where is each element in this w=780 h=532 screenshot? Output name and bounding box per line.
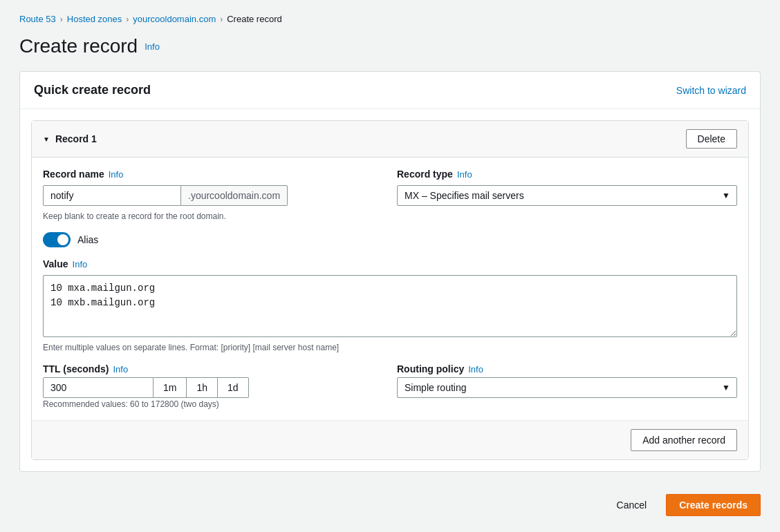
record-header: ▼ Record 1 Delete: [32, 121, 748, 158]
ttl-label: TTL (seconds) Info: [43, 363, 383, 374]
breadcrumb-route53[interactable]: Route 53: [19, 14, 56, 24]
quick-create-card: Quick create record Switch to wizard ▼ R…: [19, 71, 761, 472]
routing-policy-label: Routing policy Info: [397, 363, 737, 374]
routing-policy-group: Routing policy Info Simple routingWeight…: [397, 363, 737, 398]
card-title: Quick create record: [34, 83, 151, 97]
breadcrumb-domain[interactable]: yourcooldomain.com: [133, 14, 216, 24]
record-label: Record 1: [55, 133, 97, 144]
ttl-info-link[interactable]: Info: [113, 364, 128, 374]
switch-to-wizard-link[interactable]: Switch to wizard: [676, 85, 746, 96]
footer-row: Cancel Create records: [19, 483, 761, 527]
routing-policy-select-wrapper: Simple routingWeightedLatencyFailoverGeo…: [397, 377, 737, 398]
record-type-label: Record type Info: [397, 169, 737, 180]
ttl-group: TTL (seconds) Info 1m 1h 1d Recommended …: [43, 363, 383, 409]
ttl-input[interactable]: [43, 377, 154, 398]
value-textarea[interactable]: 10 mxa.mailgun.org 10 mxb.mailgun.org: [43, 275, 737, 337]
record-type-group: Record type Info A – Routes traffic to a…: [397, 169, 737, 221]
record-name-label: Record name Info: [43, 169, 383, 180]
record-body: Record name Info .yourcooldomain.com Kee…: [32, 158, 748, 420]
toggle-slider: [43, 232, 71, 247]
cancel-button[interactable]: Cancel: [606, 495, 658, 515]
ttl-hint: Recommended values: 60 to 172800 (two da…: [43, 399, 219, 409]
create-records-button[interactable]: Create records: [666, 494, 761, 516]
alias-label: Alias: [77, 234, 98, 245]
value-info-link[interactable]: Info: [73, 259, 88, 269]
value-group: Value Info 10 mxa.mailgun.org 10 mxb.mai…: [43, 258, 737, 352]
breadcrumb-sep-2: ›: [126, 15, 129, 24]
ttl-input-row: 1m 1h 1d: [43, 377, 383, 398]
value-hint: Enter multiple values on separate lines.…: [43, 343, 737, 352]
delete-button[interactable]: Delete: [686, 129, 737, 149]
record-name-info-link[interactable]: Info: [109, 169, 124, 180]
routing-policy-info-link[interactable]: Info: [468, 364, 483, 374]
record-name-input[interactable]: [43, 185, 181, 206]
ttl-routing-row: TTL (seconds) Info 1m 1h 1d Recommended …: [43, 363, 737, 409]
ttl-1m-button[interactable]: 1m: [154, 377, 187, 398]
breadcrumb-sep-3: ›: [220, 15, 223, 24]
name-type-row: Record name Info .yourcooldomain.com Kee…: [43, 169, 737, 221]
record-name-input-row: .yourcooldomain.com: [43, 185, 383, 206]
value-label-row: Value Info: [43, 258, 737, 269]
page-title: Create record: [19, 35, 138, 57]
add-record-row: Add another record: [32, 420, 748, 459]
breadcrumb-sep-1: ›: [60, 15, 63, 24]
add-another-record-button[interactable]: Add another record: [631, 429, 737, 451]
domain-suffix: .yourcooldomain.com: [181, 185, 288, 206]
value-label: Value: [43, 258, 68, 269]
card-header: Quick create record Switch to wizard: [20, 72, 760, 109]
record-type-select-wrapper: A – Routes traffic to an IPv4 addressAAA…: [397, 185, 737, 206]
record-title: ▼ Record 1: [43, 133, 97, 144]
breadcrumb: Route 53 › Hosted zones › yourcooldomain…: [19, 14, 761, 24]
record-type-info-link[interactable]: Info: [457, 169, 472, 180]
ttl-1h-button[interactable]: 1h: [187, 377, 218, 398]
page-info-link[interactable]: Info: [145, 41, 160, 52]
record-name-hint: Keep blank to create a record for the ro…: [43, 211, 383, 221]
breadcrumb-hosted-zones[interactable]: Hosted zones: [67, 14, 122, 24]
record-name-group: Record name Info .yourcooldomain.com Kee…: [43, 169, 383, 221]
alias-toggle[interactable]: [43, 232, 71, 247]
routing-policy-select[interactable]: Simple routingWeightedLatencyFailoverGeo…: [397, 377, 737, 398]
ttl-1d-button[interactable]: 1d: [218, 377, 249, 398]
alias-row: Alias: [43, 232, 737, 247]
record-section: ▼ Record 1 Delete Record name Info: [31, 120, 749, 460]
record-type-select[interactable]: A – Routes traffic to an IPv4 addressAAA…: [397, 185, 737, 206]
breadcrumb-current: Create record: [227, 14, 281, 24]
collapse-icon: ▼: [43, 135, 50, 143]
